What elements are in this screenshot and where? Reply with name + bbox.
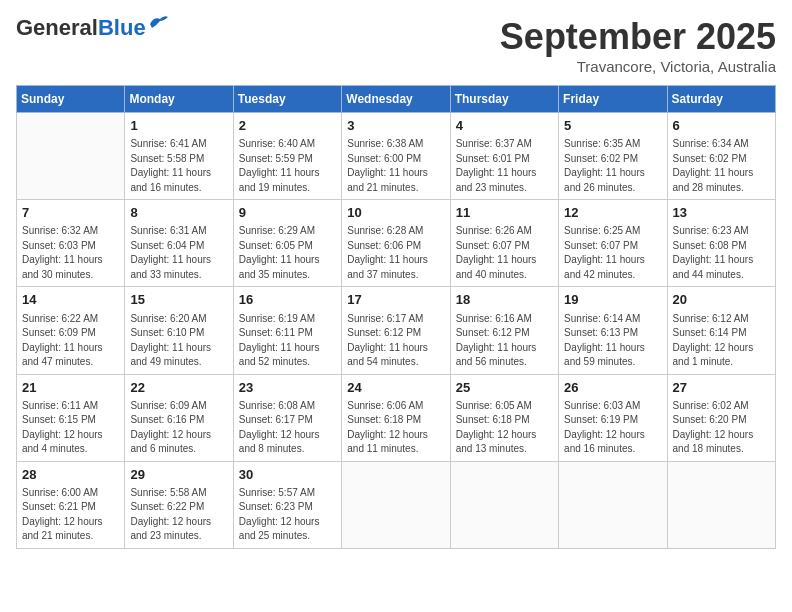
day-info: Sunrise: 5:58 AM Sunset: 6:22 PM Dayligh… — [130, 486, 227, 544]
day-number: 22 — [130, 379, 227, 397]
day-number: 6 — [673, 117, 770, 135]
calendar-week-row: 14Sunrise: 6:22 AM Sunset: 6:09 PM Dayli… — [17, 287, 776, 374]
calendar-cell: 30Sunrise: 5:57 AM Sunset: 6:23 PM Dayli… — [233, 461, 341, 548]
day-number: 17 — [347, 291, 444, 309]
calendar-cell: 19Sunrise: 6:14 AM Sunset: 6:13 PM Dayli… — [559, 287, 667, 374]
day-number: 3 — [347, 117, 444, 135]
calendar-cell — [450, 461, 558, 548]
day-number: 25 — [456, 379, 553, 397]
calendar-cell: 24Sunrise: 6:06 AM Sunset: 6:18 PM Dayli… — [342, 374, 450, 461]
day-number: 30 — [239, 466, 336, 484]
calendar-cell: 18Sunrise: 6:16 AM Sunset: 6:12 PM Dayli… — [450, 287, 558, 374]
day-number: 5 — [564, 117, 661, 135]
logo-blue: Blue — [98, 15, 146, 40]
calendar-header-row: SundayMondayTuesdayWednesdayThursdayFrid… — [17, 86, 776, 113]
day-info: Sunrise: 6:31 AM Sunset: 6:04 PM Dayligh… — [130, 224, 227, 282]
calendar-cell: 6Sunrise: 6:34 AM Sunset: 6:02 PM Daylig… — [667, 113, 775, 200]
day-number: 26 — [564, 379, 661, 397]
day-number: 11 — [456, 204, 553, 222]
calendar-cell: 21Sunrise: 6:11 AM Sunset: 6:15 PM Dayli… — [17, 374, 125, 461]
day-number: 16 — [239, 291, 336, 309]
day-info: Sunrise: 6:35 AM Sunset: 6:02 PM Dayligh… — [564, 137, 661, 195]
calendar-cell: 28Sunrise: 6:00 AM Sunset: 6:21 PM Dayli… — [17, 461, 125, 548]
calendar-cell: 5Sunrise: 6:35 AM Sunset: 6:02 PM Daylig… — [559, 113, 667, 200]
page-header: GeneralBlue September 2025 Travancore, V… — [16, 16, 776, 75]
day-info: Sunrise: 6:37 AM Sunset: 6:01 PM Dayligh… — [456, 137, 553, 195]
day-info: Sunrise: 6:17 AM Sunset: 6:12 PM Dayligh… — [347, 312, 444, 370]
day-number: 9 — [239, 204, 336, 222]
calendar-table: SundayMondayTuesdayWednesdayThursdayFrid… — [16, 85, 776, 549]
calendar-cell: 1Sunrise: 6:41 AM Sunset: 5:58 PM Daylig… — [125, 113, 233, 200]
day-info: Sunrise: 6:41 AM Sunset: 5:58 PM Dayligh… — [130, 137, 227, 195]
col-header-thursday: Thursday — [450, 86, 558, 113]
calendar-week-row: 7Sunrise: 6:32 AM Sunset: 6:03 PM Daylig… — [17, 200, 776, 287]
calendar-cell: 11Sunrise: 6:26 AM Sunset: 6:07 PM Dayli… — [450, 200, 558, 287]
calendar-cell: 4Sunrise: 6:37 AM Sunset: 6:01 PM Daylig… — [450, 113, 558, 200]
day-number: 15 — [130, 291, 227, 309]
day-info: Sunrise: 6:23 AM Sunset: 6:08 PM Dayligh… — [673, 224, 770, 282]
day-info: Sunrise: 6:03 AM Sunset: 6:19 PM Dayligh… — [564, 399, 661, 457]
location-title: Travancore, Victoria, Australia — [500, 58, 776, 75]
logo: GeneralBlue — [16, 16, 170, 40]
day-number: 20 — [673, 291, 770, 309]
calendar-cell: 2Sunrise: 6:40 AM Sunset: 5:59 PM Daylig… — [233, 113, 341, 200]
day-number: 27 — [673, 379, 770, 397]
day-info: Sunrise: 6:40 AM Sunset: 5:59 PM Dayligh… — [239, 137, 336, 195]
logo-bird-icon — [148, 14, 170, 32]
day-number: 2 — [239, 117, 336, 135]
logo-text: GeneralBlue — [16, 16, 146, 40]
day-info: Sunrise: 6:11 AM Sunset: 6:15 PM Dayligh… — [22, 399, 119, 457]
logo-general: General — [16, 15, 98, 40]
day-number: 8 — [130, 204, 227, 222]
calendar-cell: 9Sunrise: 6:29 AM Sunset: 6:05 PM Daylig… — [233, 200, 341, 287]
day-info: Sunrise: 6:34 AM Sunset: 6:02 PM Dayligh… — [673, 137, 770, 195]
calendar-cell: 25Sunrise: 6:05 AM Sunset: 6:18 PM Dayli… — [450, 374, 558, 461]
col-header-saturday: Saturday — [667, 86, 775, 113]
calendar-cell: 27Sunrise: 6:02 AM Sunset: 6:20 PM Dayli… — [667, 374, 775, 461]
day-info: Sunrise: 6:32 AM Sunset: 6:03 PM Dayligh… — [22, 224, 119, 282]
calendar-cell: 16Sunrise: 6:19 AM Sunset: 6:11 PM Dayli… — [233, 287, 341, 374]
day-info: Sunrise: 6:26 AM Sunset: 6:07 PM Dayligh… — [456, 224, 553, 282]
day-info: Sunrise: 6:16 AM Sunset: 6:12 PM Dayligh… — [456, 312, 553, 370]
day-info: Sunrise: 6:28 AM Sunset: 6:06 PM Dayligh… — [347, 224, 444, 282]
calendar-cell — [559, 461, 667, 548]
month-title: September 2025 — [500, 16, 776, 58]
calendar-week-row: 1Sunrise: 6:41 AM Sunset: 5:58 PM Daylig… — [17, 113, 776, 200]
day-number: 13 — [673, 204, 770, 222]
day-info: Sunrise: 6:05 AM Sunset: 6:18 PM Dayligh… — [456, 399, 553, 457]
day-number: 10 — [347, 204, 444, 222]
day-number: 24 — [347, 379, 444, 397]
title-block: September 2025 Travancore, Victoria, Aus… — [500, 16, 776, 75]
day-info: Sunrise: 6:08 AM Sunset: 6:17 PM Dayligh… — [239, 399, 336, 457]
calendar-week-row: 28Sunrise: 6:00 AM Sunset: 6:21 PM Dayli… — [17, 461, 776, 548]
calendar-cell: 23Sunrise: 6:08 AM Sunset: 6:17 PM Dayli… — [233, 374, 341, 461]
day-number: 23 — [239, 379, 336, 397]
calendar-cell: 20Sunrise: 6:12 AM Sunset: 6:14 PM Dayli… — [667, 287, 775, 374]
day-number: 7 — [22, 204, 119, 222]
day-info: Sunrise: 6:22 AM Sunset: 6:09 PM Dayligh… — [22, 312, 119, 370]
col-header-friday: Friday — [559, 86, 667, 113]
calendar-cell: 17Sunrise: 6:17 AM Sunset: 6:12 PM Dayli… — [342, 287, 450, 374]
calendar-cell: 10Sunrise: 6:28 AM Sunset: 6:06 PM Dayli… — [342, 200, 450, 287]
calendar-cell: 13Sunrise: 6:23 AM Sunset: 6:08 PM Dayli… — [667, 200, 775, 287]
calendar-cell: 7Sunrise: 6:32 AM Sunset: 6:03 PM Daylig… — [17, 200, 125, 287]
day-info: Sunrise: 5:57 AM Sunset: 6:23 PM Dayligh… — [239, 486, 336, 544]
calendar-cell: 26Sunrise: 6:03 AM Sunset: 6:19 PM Dayli… — [559, 374, 667, 461]
col-header-wednesday: Wednesday — [342, 86, 450, 113]
col-header-monday: Monday — [125, 86, 233, 113]
day-number: 18 — [456, 291, 553, 309]
day-number: 21 — [22, 379, 119, 397]
day-info: Sunrise: 6:14 AM Sunset: 6:13 PM Dayligh… — [564, 312, 661, 370]
calendar-cell — [667, 461, 775, 548]
day-info: Sunrise: 6:19 AM Sunset: 6:11 PM Dayligh… — [239, 312, 336, 370]
calendar-cell: 29Sunrise: 5:58 AM Sunset: 6:22 PM Dayli… — [125, 461, 233, 548]
day-number: 4 — [456, 117, 553, 135]
day-number: 19 — [564, 291, 661, 309]
calendar-cell: 3Sunrise: 6:38 AM Sunset: 6:00 PM Daylig… — [342, 113, 450, 200]
calendar-cell — [17, 113, 125, 200]
day-number: 28 — [22, 466, 119, 484]
day-number: 29 — [130, 466, 227, 484]
day-info: Sunrise: 6:12 AM Sunset: 6:14 PM Dayligh… — [673, 312, 770, 370]
day-info: Sunrise: 6:25 AM Sunset: 6:07 PM Dayligh… — [564, 224, 661, 282]
calendar-cell: 8Sunrise: 6:31 AM Sunset: 6:04 PM Daylig… — [125, 200, 233, 287]
